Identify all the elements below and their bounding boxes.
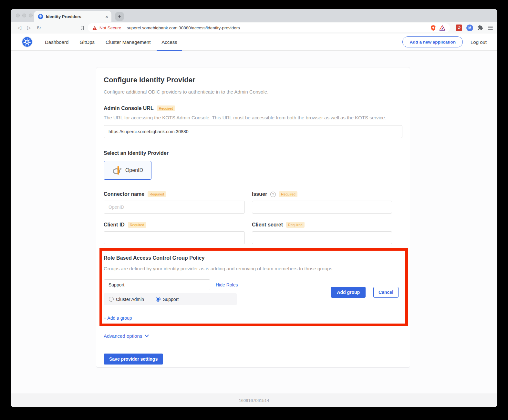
required-badge: Required [157, 105, 175, 111]
browser-toolbar: ◁ ▷ ↻ Not Secure superci.somebigbank.com… [11, 22, 497, 34]
extension-area: M [456, 25, 493, 31]
radio-unselected-icon[interactable] [109, 297, 114, 302]
app-navbar: Dashboard GitOps Cluster Management Acce… [11, 34, 497, 51]
issuer-help-icon[interactable]: ? [270, 192, 276, 197]
client-id-label: Client ID [104, 222, 125, 228]
page-title: Configure Identity Provider [104, 76, 402, 84]
address-bar[interactable]: Not Secure superci.somebigbank.com:30880… [88, 23, 450, 32]
forward-icon[interactable]: ▷ [24, 25, 34, 31]
footer: 1609167061514 [11, 394, 497, 407]
rbac-description: Groups are defined by your identity prov… [104, 266, 399, 271]
tab-favicon-kubernetes-icon [38, 14, 43, 19]
profile-avatar[interactable]: M [466, 25, 473, 31]
hide-roles-link[interactable]: Hide Roles [216, 282, 238, 287]
client-secret-field: Client secret Required [252, 222, 392, 244]
rbac-title: Role Based Access Control Group Policy [104, 255, 399, 261]
nav-links: Dashboard GitOps Cluster Management Acce… [39, 34, 183, 50]
reload-icon[interactable]: ↻ [34, 25, 44, 31]
cancel-button[interactable]: Cancel [373, 287, 399, 298]
add-a-group-link[interactable]: + Add a group [104, 315, 132, 321]
openid-button-label: OpenID [125, 167, 143, 173]
not-secure-label[interactable]: Not Secure [99, 25, 121, 30]
select-provider-label: Select an Identity Provider [104, 150, 402, 156]
required-badge: Required [286, 222, 305, 228]
divider [427, 25, 427, 30]
bookmark-icon[interactable] [80, 25, 85, 30]
back-icon[interactable]: ◁ [15, 25, 24, 31]
nav-item-access[interactable]: Access [156, 34, 182, 50]
zoom-window-button[interactable] [29, 14, 33, 17]
admin-console-url-help: The URL for accessing the KOTS Admin Con… [104, 115, 402, 120]
role-label: Support [163, 297, 179, 302]
menu-icon[interactable] [487, 25, 493, 30]
required-badge: Required [128, 222, 146, 228]
client-secret-label: Client secret [252, 222, 283, 228]
tab-title: Identity Providers [46, 14, 103, 19]
client-id-field: Client ID Required [104, 222, 245, 244]
radio-selected-icon[interactable] [156, 297, 161, 302]
page-subtitle: Configure additional ODIC providers to a… [104, 89, 402, 95]
browser-tab[interactable]: Identity Providers × [34, 11, 111, 22]
roles-radio-group: Cluster Admin Support [104, 293, 237, 305]
client-secret-input[interactable] [252, 231, 392, 244]
rbac-section-highlight: Role Based Access Control Group Policy G… [99, 248, 408, 326]
group-editor: Hide Roles Cluster Admin Support [104, 276, 399, 305]
add-group-button[interactable]: Add group [331, 287, 366, 298]
chevron-down-icon [145, 335, 149, 337]
browser-window: Identity Providers × + ◁ ▷ ↻ Not Secure … [11, 9, 497, 407]
nav-item-dashboard[interactable]: Dashboard [39, 34, 74, 50]
nav-item-gitops[interactable]: GitOps [74, 34, 100, 50]
identity-provider-card: Configure Identity Provider Configure ad… [96, 67, 410, 368]
connector-name-input[interactable] [104, 201, 245, 214]
divider [104, 309, 399, 309]
client-id-input[interactable] [104, 231, 245, 244]
issuer-label: Issuer [252, 191, 267, 197]
tab-close-icon[interactable]: × [105, 14, 108, 19]
kubernetes-logo-icon[interactable] [21, 36, 33, 48]
openid-logo-icon [112, 166, 122, 175]
extension-icon[interactable] [456, 25, 462, 31]
url-text[interactable]: superci.somebigbank.com:30880/access/ide… [127, 25, 240, 30]
required-badge: Required [148, 191, 166, 197]
role-label: Cluster Admin [116, 297, 144, 302]
tab-bar: Identity Providers × + [11, 9, 497, 22]
divider [124, 25, 124, 30]
nav-item-cluster-management[interactable]: Cluster Management [100, 34, 156, 50]
log-out-link[interactable]: Log out [471, 39, 487, 45]
new-tab-button[interactable]: + [115, 12, 124, 21]
close-window-button[interactable] [16, 14, 20, 17]
role-option-cluster-admin[interactable]: Cluster Admin [109, 297, 144, 302]
connector-name-label: Connector name [104, 191, 144, 197]
extensions-puzzle-icon[interactable] [477, 25, 483, 31]
admin-console-url-label: Admin Console URL [104, 105, 154, 111]
openid-provider-button[interactable]: OpenID [104, 161, 151, 180]
issuer-field: Issuer ? Required [252, 191, 392, 214]
footer-timestamp: 1609167061514 [239, 398, 269, 403]
advanced-options-toggle[interactable]: Advanced options [104, 333, 149, 339]
window-controls [16, 14, 33, 17]
group-name-input[interactable] [104, 279, 210, 290]
connector-name-field: Connector name Required [104, 191, 245, 214]
page-content: Configure Identity Provider Configure ad… [11, 51, 497, 394]
minimize-window-button[interactable] [22, 14, 26, 17]
bat-rewards-icon[interactable] [439, 25, 445, 31]
advanced-options-label: Advanced options [104, 333, 142, 339]
warning-triangle-icon [92, 26, 97, 30]
required-badge: Required [279, 191, 297, 197]
admin-console-url-input[interactable] [104, 125, 402, 138]
add-new-application-button[interactable]: Add a new application [402, 36, 463, 47]
issuer-input[interactable] [252, 201, 392, 214]
brave-shield-icon[interactable] [430, 25, 436, 31]
role-option-support[interactable]: Support [156, 297, 179, 302]
save-provider-settings-button[interactable]: Save provider settings [104, 354, 163, 365]
